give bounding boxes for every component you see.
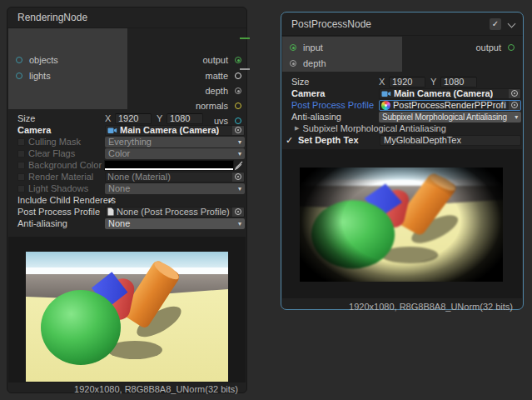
anti-aliasing-row: Anti-aliasing Subpixel Morphological Ant…	[281, 111, 523, 122]
object-picker-icon[interactable]	[232, 207, 244, 218]
port-circle-objects[interactable]	[16, 57, 22, 63]
dropdown-arrow-icon: ▾	[512, 113, 518, 121]
port-input[interactable]: input	[290, 40, 323, 55]
port-circle-output[interactable]	[235, 57, 241, 63]
x-axis-label: X	[379, 77, 389, 87]
dropdown-arrow-icon: ▾	[236, 150, 241, 158]
anti-aliasing-dropdown[interactable]: Subpixel Morphological Antialiasing ▾	[379, 112, 521, 122]
object-picker-icon[interactable]	[509, 88, 520, 99]
port-label-normals: normals	[196, 101, 228, 111]
light-shadows-value: None	[108, 183, 130, 193]
postprocess-node-preview-panel	[282, 149, 522, 298]
port-output[interactable]: output	[202, 52, 241, 68]
postprocess-node[interactable]: PostProcessNode ✓ input depth output Siz…	[281, 12, 524, 310]
port-depth-in[interactable]: depth	[290, 56, 326, 71]
rendering-node-ports: objects lights output matte depth normal…	[7, 28, 246, 109]
include-child-renderers-checkbox[interactable]: ✓	[107, 195, 115, 206]
size-row: Size X Y	[7, 112, 246, 124]
postprocess-node-titlebar[interactable]: PostProcessNode ✓	[281, 12, 523, 36]
port-circle-matte[interactable]	[235, 72, 241, 79]
port-circle-depth[interactable]	[235, 88, 241, 94]
background-color-checkbox[interactable]	[17, 162, 25, 169]
size-x-input[interactable]	[389, 77, 425, 88]
y-axis-label: Y	[430, 77, 440, 87]
port-circle-normals[interactable]	[235, 102, 241, 109]
camera-icon	[107, 127, 117, 134]
render-material-object-field[interactable]: None (Material)	[105, 172, 245, 182]
render-material-value: None (Material)	[107, 172, 171, 182]
culling-mask-value: Everything	[108, 137, 152, 147]
port-label-objects: objects	[29, 55, 58, 65]
port-circle-output-pp[interactable]	[508, 44, 515, 51]
y-axis-label: Y	[157, 113, 167, 123]
set-depth-tex-checkbox[interactable]: ✓	[286, 135, 296, 146]
camera-object-field[interactable]: Main Camera (Camera)	[105, 125, 245, 136]
rendering-node-preview-panel	[8, 237, 246, 382]
anti-aliasing-dropdown[interactable]: None ▾	[105, 218, 245, 229]
render-material-row: Render Material None (Material)	[7, 171, 246, 182]
light-shadows-dropdown[interactable]: None ▾	[105, 183, 245, 194]
camera-object-field[interactable]: Main Camera (Camera)	[379, 88, 521, 99]
vignette-overlay	[300, 168, 503, 282]
port-circle-depth-in[interactable]	[290, 60, 296, 67]
clear-flags-value: Color	[108, 148, 130, 158]
port-objects[interactable]: objects	[16, 52, 58, 68]
collapse-chevron-icon[interactable]	[508, 20, 516, 28]
node-enabled-checkbox[interactable]: ✓	[490, 18, 501, 30]
clear-flags-dropdown[interactable]: Color ▾	[105, 148, 245, 159]
post-process-profile-object-field[interactable]: PostProcessRenderPPProfile (Pos	[379, 100, 521, 111]
light-shadows-row: Light Shadows None ▾	[7, 182, 246, 194]
post-process-profile-label: Post Process Profile	[291, 100, 379, 110]
size-row: Size X Y	[281, 76, 523, 88]
camera-row: Camera Main Camera (Camera)	[281, 88, 523, 99]
background-color-label: Background Color	[28, 160, 105, 170]
port-circle-lights[interactable]	[16, 72, 22, 79]
postprocess-node-properties: Size X Y Camera Main Camera (Camera) Pos…	[281, 76, 523, 146]
clear-flags-label: Clear Flags	[28, 148, 105, 158]
size-y-input[interactable]	[167, 113, 203, 124]
smaa-foldout-label[interactable]: Subpixel Morphological Antialiasing	[302, 123, 445, 133]
object-picker-icon[interactable]	[232, 172, 244, 182]
size-label: Size	[17, 113, 105, 123]
port-output-pp[interactable]: output	[475, 40, 515, 55]
port-label-lights: lights	[29, 71, 51, 81]
graph-canvas[interactable]: RenderingNode objects lights output matt…	[0, 0, 532, 400]
light-shadows-checkbox[interactable]	[17, 185, 25, 192]
port-normals[interactable]: normals	[196, 98, 241, 113]
port-circle-input[interactable]	[290, 44, 296, 51]
set-depth-tex-input[interactable]: MyGlobalDepthTex	[380, 135, 521, 146]
size-x-input[interactable]	[115, 113, 152, 124]
post-process-profile-row: Post Process Profile PostProcessRenderPP…	[281, 99, 523, 111]
post-process-profile-icon	[381, 101, 390, 110]
eyedropper-icon[interactable]	[233, 161, 245, 170]
port-label-depth: depth	[205, 86, 228, 96]
clear-flags-checkbox[interactable]	[17, 150, 25, 158]
post-process-profile-row: Post Process Profile None (Post Process …	[7, 206, 246, 218]
render-scene	[26, 252, 228, 382]
post-process-profile-object-field[interactable]: None (Post Process Profile)	[105, 207, 245, 218]
rendering-node-title: RenderingNode	[17, 12, 87, 23]
port-matte[interactable]: matte	[205, 68, 241, 83]
culling-mask-dropdown[interactable]: Everything ▾	[105, 137, 245, 148]
include-child-renderers-label: Include Child Renderers	[17, 195, 105, 205]
rendering-node-titlebar[interactable]: RenderingNode	[7, 8, 246, 28]
port-depth[interactable]: depth	[205, 83, 241, 98]
render-material-checkbox[interactable]	[17, 173, 25, 181]
document-icon	[107, 208, 114, 216]
port-label-depth-in: depth	[303, 58, 326, 68]
preview-caption: 1920x1080, R8G8B8A8_UNorm(32 bits)	[349, 302, 513, 312]
port-label-matte: matte	[205, 71, 228, 81]
rendering-node[interactable]: RenderingNode objects lights output matt…	[7, 7, 247, 393]
port-lights[interactable]: lights	[16, 68, 51, 83]
postprocess-node-ports: input depth output	[281, 37, 523, 72]
object-picker-icon[interactable]	[232, 125, 244, 136]
anti-aliasing-row: Anti-aliasing None ▾	[7, 218, 246, 229]
foldout-arrow-icon[interactable]: ▶	[295, 125, 299, 132]
set-depth-tex-value: MyGlobalDepthTex	[384, 135, 461, 145]
render-preview-image	[26, 252, 228, 382]
object-picker-icon[interactable]	[509, 100, 520, 111]
background-color-swatch[interactable]	[105, 161, 233, 170]
size-y-input[interactable]	[440, 77, 477, 88]
culling-mask-checkbox[interactable]	[17, 138, 25, 146]
anti-aliasing-value: Subpixel Morphological Antialiasing	[382, 112, 507, 122]
